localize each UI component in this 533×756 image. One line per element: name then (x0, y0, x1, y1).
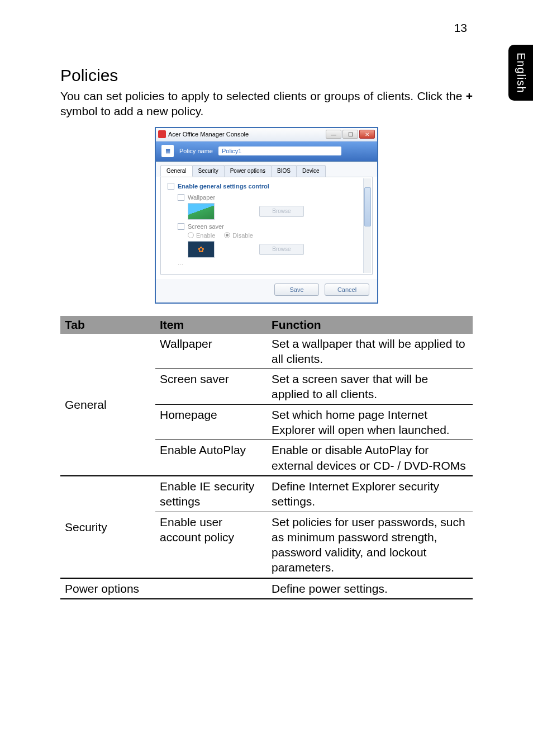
cell-function: Set a wallpaper that will be applied to … (267, 334, 473, 369)
policy-icon: ≣ (161, 145, 174, 157)
policy-header: ≣ Policy name Policy1 (156, 141, 377, 162)
cell-function: Set a screen saver that will be applied … (267, 369, 473, 405)
checkbox-icon[interactable] (178, 223, 184, 230)
intro-text-2: symbol to add a new policy. (60, 105, 203, 117)
checkbox-icon[interactable] (178, 194, 184, 201)
page-content: Policies You can set policies to apply t… (60, 66, 473, 599)
tab-security[interactable]: Security (192, 165, 225, 177)
tab-body: Enable general settings control Wallpape… (160, 177, 373, 275)
tab-row: General Security Power options BIOS Devi… (156, 162, 377, 177)
page-number: 13 (454, 21, 467, 35)
screensaver-thumbnail: ✿ (188, 241, 215, 258)
header-tab: Tab (60, 316, 155, 334)
policy-name-input[interactable]: Policy1 (218, 147, 341, 155)
cell-item (155, 578, 267, 599)
table-row: Security Enable IE security settings Def… (60, 476, 473, 512)
minimize-button[interactable]: — (326, 130, 341, 139)
scroll-thumb[interactable] (364, 187, 371, 226)
screensaver-thumb-row: ✿ Browse (188, 241, 365, 258)
intro-paragraph: You can set policies to apply to selecte… (60, 88, 473, 119)
screensaver-row[interactable]: Screen saver (178, 223, 365, 230)
app-window: Acer Office Manager Console — ☐ ✕ ≣ Poli… (155, 127, 378, 304)
radio-disable-label: Disable (232, 232, 253, 239)
language-label: English (515, 53, 527, 93)
cell-function: Enable or disable AutoPlay for external … (267, 440, 473, 476)
screenshot-container: Acer Office Manager Console — ☐ ✕ ≣ Poli… (60, 127, 473, 304)
cell-item: Enable user account policy (155, 512, 267, 578)
cell-item: Enable AutoPlay (155, 440, 267, 476)
wallpaper-thumbnail (188, 203, 215, 220)
reference-table: Tab Item Function General Wallpaper Set … (60, 316, 473, 599)
browse-button[interactable]: Browse (259, 206, 304, 217)
maximize-button[interactable]: ☐ (342, 130, 358, 139)
cell-tab: Power options (60, 578, 155, 599)
header-item: Item (155, 316, 267, 334)
cell-tab: General (60, 334, 155, 476)
enable-general-row[interactable]: Enable general settings control (168, 183, 365, 190)
scrollbar[interactable] (363, 178, 371, 273)
language-side-tab[interactable]: English (508, 45, 533, 101)
cell-tab: Security (60, 476, 155, 578)
cell-function: Set which home page Internet Explorer wi… (267, 404, 473, 440)
tab-general[interactable]: General (160, 165, 193, 177)
checkbox-icon[interactable] (168, 183, 174, 190)
close-button[interactable]: ✕ (359, 130, 375, 139)
save-button[interactable]: Save (274, 284, 319, 296)
radio-icon (188, 232, 194, 238)
browse-button[interactable]: Browse (259, 244, 304, 255)
titlebar-left: Acer Office Manager Console (158, 130, 249, 138)
dialog-footer: Save Cancel (156, 279, 377, 303)
plus-symbol: + (466, 89, 473, 102)
cancel-button[interactable]: Cancel (325, 284, 369, 296)
truncated-indicator: ⋯ (178, 261, 365, 267)
cell-function: Set policies for user passwords, such as… (267, 512, 473, 578)
screensaver-section: Screen saver Enable Disable ✿ Browse (178, 223, 365, 258)
section-heading: Policies (60, 66, 473, 85)
wallpaper-label: Wallpaper (188, 194, 215, 201)
policy-name-label: Policy name (179, 148, 213, 154)
radio-enable-label: Enable (196, 232, 215, 239)
tab-bios[interactable]: BIOS (271, 165, 297, 177)
cell-item: Homepage (155, 404, 267, 440)
cell-function: Define Internet Explorer security settin… (267, 476, 473, 512)
radio-enable[interactable]: Enable (188, 232, 215, 239)
header-function: Function (267, 316, 473, 334)
cell-item: Enable IE security settings (155, 476, 267, 512)
wallpaper-thumb-row: Browse (188, 203, 365, 220)
screensaver-label: Screen saver (188, 223, 224, 230)
table-row: Power options Define power settings. (60, 578, 473, 599)
app-icon (158, 130, 166, 138)
radio-disable[interactable]: Disable (224, 232, 253, 239)
cell-function: Define power settings. (267, 578, 473, 599)
tab-power-options[interactable]: Power options (224, 165, 272, 177)
cell-item: Screen saver (155, 369, 267, 405)
table-row: General Wallpaper Set a wallpaper that w… (60, 334, 473, 369)
table-header-row: Tab Item Function (60, 316, 473, 334)
intro-text-1: You can set policies to apply to selecte… (60, 89, 466, 102)
enable-general-label: Enable general settings control (178, 183, 269, 190)
wallpaper-section: Wallpaper Browse (178, 194, 365, 220)
cell-item: Wallpaper (155, 334, 267, 369)
window-title: Acer Office Manager Console (168, 131, 249, 138)
screensaver-radio-row: Enable Disable (188, 232, 365, 239)
tab-device[interactable]: Device (296, 165, 326, 177)
wallpaper-row[interactable]: Wallpaper (178, 194, 365, 201)
window-titlebar: Acer Office Manager Console — ☐ ✕ (156, 128, 377, 141)
window-controls: — ☐ ✕ (326, 130, 375, 139)
radio-icon (224, 232, 230, 238)
